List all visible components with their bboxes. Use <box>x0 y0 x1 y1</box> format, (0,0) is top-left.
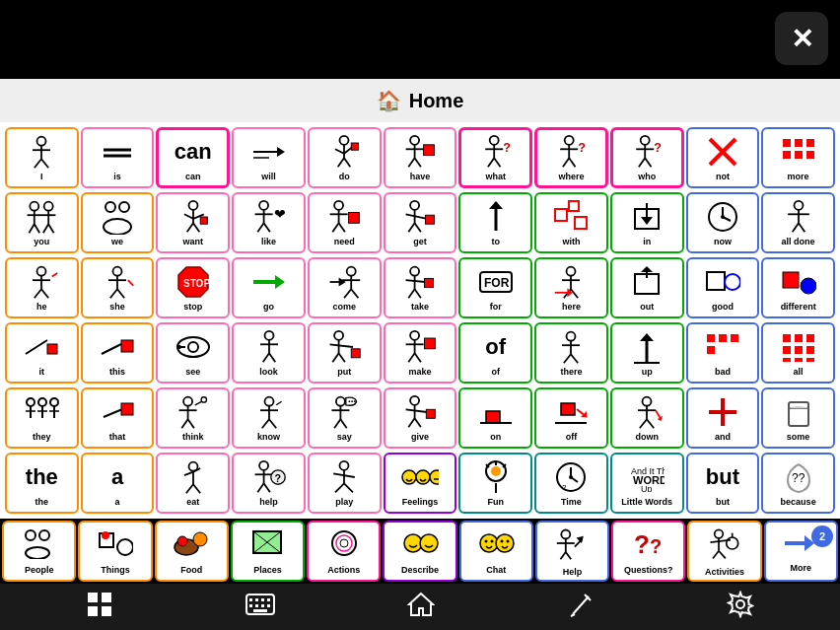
nav-food[interactable]: Food <box>155 521 229 582</box>
cell-he[interactable]: he <box>5 257 79 318</box>
cell-can[interactable]: can can <box>156 127 230 188</box>
cell-there[interactable]: there <box>534 322 608 384</box>
cell-look[interactable]: look <box>232 322 306 384</box>
cell-out[interactable]: out <box>610 257 684 318</box>
cell-down[interactable]: down <box>610 387 684 449</box>
nav-things[interactable]: Things <box>78 521 152 582</box>
cell-have[interactable]: have <box>384 127 457 188</box>
cell-see[interactable]: see <box>156 322 230 384</box>
nav-people[interactable]: People <box>2 521 76 582</box>
nav-questions[interactable]: ? ? Questions? <box>611 521 685 582</box>
cell-up[interactable]: up <box>610 322 684 384</box>
cell-a[interactable]: a a <box>81 453 155 514</box>
cell-you[interactable]: you <box>5 192 79 253</box>
home-toolbar-button[interactable] <box>399 583 443 630</box>
svg-rect-329 <box>102 593 111 602</box>
the-label: the <box>35 498 49 508</box>
cell-play[interactable]: play <box>308 453 382 514</box>
cell-where[interactable]: ? where <box>534 127 608 188</box>
pen-button[interactable] <box>559 583 602 630</box>
cell-but[interactable]: but but <box>686 453 760 514</box>
cell-good[interactable]: good <box>686 257 760 318</box>
cell-get[interactable]: get <box>384 192 457 253</box>
cell-on[interactable]: on <box>458 387 532 449</box>
svg-point-174 <box>567 332 576 341</box>
cell-she[interactable]: she <box>81 257 155 318</box>
nav-describe[interactable]: Describe <box>383 521 456 582</box>
settings-button[interactable] <box>719 583 762 630</box>
svg-line-139 <box>571 289 578 298</box>
cell-it[interactable]: it <box>5 322 79 384</box>
cell-eat[interactable]: eat <box>156 453 230 514</box>
cell-need[interactable]: need <box>308 192 382 253</box>
cell-some[interactable]: some <box>761 387 835 449</box>
svg-line-314 <box>565 552 570 559</box>
svg-point-303 <box>420 534 438 552</box>
cell-now[interactable]: now <box>686 192 760 253</box>
grid-button[interactable] <box>78 583 121 630</box>
cell-think[interactable]: think <box>156 387 230 449</box>
cell-because[interactable]: ?? because <box>761 453 835 514</box>
cell-is[interactable]: is <box>81 127 155 188</box>
cell-in[interactable]: in <box>610 192 684 253</box>
nav-activities[interactable]: Activities <box>687 521 761 582</box>
close-button[interactable]: ✕ <box>775 12 828 65</box>
cell-help[interactable]: ? help <box>232 453 306 514</box>
cell-of[interactable]: of of <box>458 322 532 384</box>
svg-rect-336 <box>267 598 270 601</box>
cell-for[interactable]: FOR for <box>458 257 532 318</box>
cell-all[interactable]: all <box>761 322 835 384</box>
cell-time[interactable]: ? Time <box>534 453 608 514</box>
cell-come[interactable]: come <box>308 257 382 318</box>
cell-will[interactable]: will <box>232 127 306 188</box>
cell-give[interactable]: give <box>384 387 457 449</box>
cell-put[interactable]: put <box>308 322 382 384</box>
cell-take[interactable]: take <box>384 257 457 318</box>
cell-bad[interactable]: bad <box>686 322 760 384</box>
svg-line-260 <box>263 483 269 492</box>
cell-all-done[interactable]: all done <box>761 192 835 253</box>
svg-point-319 <box>715 529 724 538</box>
keyboard-button[interactable] <box>238 586 283 629</box>
cell-stop[interactable]: STOP stop <box>156 257 230 318</box>
svg-rect-132 <box>424 278 433 287</box>
cell-this[interactable]: this <box>81 322 155 384</box>
cell-different[interactable]: different <box>761 257 835 318</box>
nav-more[interactable]: 2 More <box>764 521 838 582</box>
nav-chat[interactable]: Chat <box>459 521 533 582</box>
cell-make[interactable]: make <box>384 322 457 384</box>
svg-point-23 <box>489 136 498 145</box>
cell-i[interactable]: I <box>5 127 79 188</box>
cell-fun[interactable]: Fun <box>458 453 532 514</box>
cell-with[interactable]: with <box>534 192 608 253</box>
cell-more[interactable]: more <box>761 127 835 188</box>
cell-know[interactable]: know <box>232 387 306 449</box>
cell-the[interactable]: the the <box>5 453 79 514</box>
svg-rect-152 <box>121 340 133 352</box>
nav-actions[interactable]: Actions <box>307 521 381 582</box>
nav-help[interactable]: Help <box>535 521 609 582</box>
cell-go[interactable]: go <box>232 257 306 318</box>
cell-to[interactable]: to <box>458 192 532 253</box>
cell-say[interactable]: say <box>308 387 382 449</box>
cell-who[interactable]: ? who <box>610 127 684 188</box>
cell-like[interactable]: ❤ like <box>232 192 306 253</box>
svg-text:?: ? <box>579 141 587 155</box>
cell-what[interactable]: ? what <box>458 127 532 188</box>
describe-icon <box>401 527 439 565</box>
cell-that[interactable]: that <box>81 387 155 449</box>
cell-off[interactable]: off <box>534 387 608 449</box>
cell-here[interactable]: here <box>534 257 608 318</box>
cell-little-words[interactable]: And It The WORDS Up Little Words <box>610 453 684 514</box>
cell-we[interactable]: we <box>81 192 155 253</box>
cell-they[interactable]: they <box>5 387 79 449</box>
cell-do[interactable]: do <box>308 127 382 188</box>
cell-and[interactable]: and <box>686 387 760 449</box>
say-label: say <box>337 433 352 443</box>
nav-places[interactable]: Places <box>231 521 305 582</box>
svg-line-243 <box>647 419 654 428</box>
cell-feelings[interactable]: Feelings <box>384 453 457 514</box>
svg-rect-90 <box>569 201 579 211</box>
cell-want[interactable]: want <box>156 192 230 253</box>
cell-not[interactable]: not <box>686 127 760 188</box>
